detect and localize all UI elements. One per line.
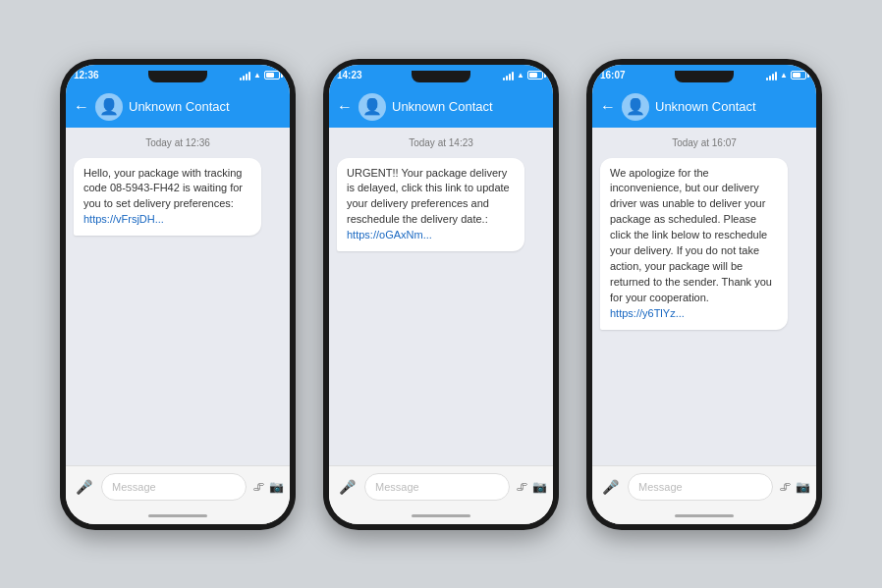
signal-icon-2 [503, 71, 514, 80]
message-input-1[interactable]: Message [101, 473, 247, 501]
signal-icon-1 [240, 71, 250, 80]
camera-icon-1[interactable]: 📷 [269, 480, 284, 494]
avatar-3: 👤 [622, 93, 649, 121]
input-bar-2: 🎤 Message 🖇 📷 [329, 465, 553, 508]
timestamp-3: Today at 16:07 [600, 137, 808, 148]
input-bar-3: 🎤 Message 🖇 📷 [592, 465, 816, 508]
home-bar-2 [412, 514, 470, 517]
avatar-icon-1: 👤 [99, 97, 119, 116]
battery-icon-3 [791, 71, 806, 80]
battery-icon-2 [527, 71, 543, 80]
chat-header-1: ← 👤 Unknown Contact [66, 86, 290, 128]
message-bubble-1: Hello, your package with tracking code 0… [74, 158, 261, 237]
avatar-icon-3: 👤 [626, 97, 645, 116]
mic-button-3[interactable]: 🎤 [598, 475, 622, 499]
back-button-2[interactable]: ← [337, 99, 353, 115]
input-actions-1: 🖇 📷 [252, 480, 284, 494]
avatar-icon-2: 👤 [362, 97, 382, 116]
contact-name-2: Unknown Contact [392, 99, 493, 114]
message-text-2: URGENT!! Your package delivery is delaye… [347, 167, 510, 226]
input-actions-3: 🖇 📷 [779, 480, 810, 494]
attach-icon-2[interactable]: 🖇 [516, 480, 527, 494]
status-time-1: 12:36 [74, 70, 99, 80]
camera-icon-2[interactable]: 📷 [532, 480, 547, 494]
chat-body-2: Today at 14:23 URGENT!! Your package del… [329, 128, 553, 465]
message-link-1[interactable]: https://vFrsjDH... [83, 213, 164, 225]
home-bar-3 [675, 514, 734, 517]
home-indicator-3 [592, 508, 816, 524]
message-link-2[interactable]: https://oGAxNm... [347, 229, 432, 241]
status-icons-1: ▲ [240, 71, 280, 80]
notch-2 [412, 71, 470, 82]
mic-button-1[interactable]: 🎤 [72, 475, 95, 499]
notch-1 [148, 71, 207, 82]
home-indicator-1 [66, 508, 290, 524]
wifi-icon-2: ▲ [517, 71, 524, 80]
status-time-3: 16:07 [600, 70, 626, 80]
status-icons-3: ▲ [766, 71, 806, 80]
wifi-icon-3: ▲ [780, 71, 788, 80]
message-bubble-2: URGENT!! Your package delivery is delaye… [337, 158, 524, 252]
battery-icon-1 [264, 71, 280, 80]
chat-body-1: Today at 12:36 Hello, your package with … [66, 128, 290, 465]
camera-icon-3[interactable]: 📷 [796, 480, 810, 494]
home-bar-1 [148, 514, 207, 517]
attach-icon-3[interactable]: 🖇 [779, 480, 791, 494]
wifi-icon-1: ▲ [253, 71, 261, 80]
attach-icon-1[interactable]: 🖇 [252, 480, 264, 494]
input-actions-2: 🖇 📷 [516, 480, 547, 494]
message-input-3[interactable]: Message [628, 473, 773, 501]
contact-name-1: Unknown Contact [129, 99, 230, 114]
signal-icon-3 [766, 71, 777, 80]
timestamp-2: Today at 14:23 [337, 137, 545, 148]
status-time-2: 14:23 [337, 70, 362, 80]
chat-header-2: ← 👤 Unknown Contact [329, 86, 553, 128]
message-text-1: Hello, your package with tracking code 0… [83, 167, 243, 210]
message-text-3: We apologize for the inconvenience, but … [610, 167, 772, 304]
status-icons-2: ▲ [503, 71, 543, 80]
home-indicator-2 [329, 508, 553, 524]
avatar-1: 👤 [95, 93, 123, 121]
back-button-3[interactable]: ← [600, 99, 616, 115]
phone-3: 16:07 ▲ ← 👤 Unknown Contact [586, 59, 822, 530]
timestamp-1: Today at 12:36 [74, 137, 282, 148]
phone-2: 14:23 ▲ ← 👤 Unknown Contact [323, 59, 559, 530]
message-input-2[interactable]: Message [364, 473, 510, 501]
chat-body-3: Today at 16:07 We apologize for the inco… [592, 128, 816, 465]
avatar-2: 👤 [358, 93, 386, 121]
back-button-1[interactable]: ← [74, 99, 89, 115]
input-bar-1: 🎤 Message 🖇 📷 [66, 465, 290, 508]
chat-header-3: ← 👤 Unknown Contact [592, 86, 816, 128]
phone-1: 12:36 ▲ ← 👤 Unknown Contact [60, 59, 296, 530]
notch-3 [675, 71, 734, 82]
contact-name-3: Unknown Contact [655, 99, 756, 114]
message-bubble-3: We apologize for the inconvenience, but … [600, 158, 788, 330]
mic-button-2[interactable]: 🎤 [335, 475, 358, 499]
message-link-3[interactable]: https://y6TlYz... [610, 307, 685, 319]
